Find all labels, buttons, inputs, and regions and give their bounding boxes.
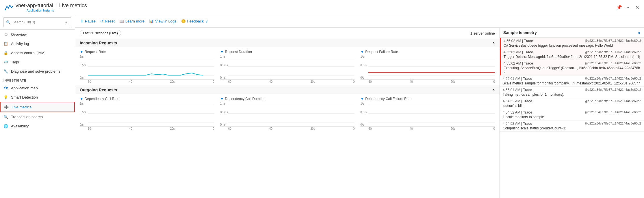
search-placeholder: Search (Ctrl+/) xyxy=(12,20,35,24)
more-options-icon[interactable]: ··· xyxy=(626,5,629,10)
sidebar-item-overview[interactable]: ⬡ Overview xyxy=(0,30,75,39)
search-input-wrapper[interactable]: 🔍 Search (Ctrl+/) « xyxy=(3,17,71,27)
dep-call-duration-chart-area: 1ms 0.5ms 0ms xyxy=(220,102,355,127)
telemetry-filter-icon[interactable]: ⬦ xyxy=(638,30,641,35)
sidebar-label-application-map: Application map xyxy=(11,86,38,90)
telemetry-item: 4:55:01 AM | Trace @c221a34ce7ffe37...14… xyxy=(500,87,644,98)
server-online-status: 1 server online xyxy=(470,31,495,35)
outgoing-charts-row: ▼ Dependency Call Rate 1/s 0.5/s 0/s xyxy=(75,94,500,133)
application-map-icon: 🗺 xyxy=(3,86,8,90)
sidebar-item-availability[interactable]: 🌐 Availability xyxy=(0,121,75,131)
telemetry-list: 4:55:02 AM | Trace @c221a34ce7ffe37...14… xyxy=(500,38,644,198)
view-in-logs-icon: 📊 xyxy=(149,19,154,23)
sidebar-item-tags[interactable]: 🏷 Tags xyxy=(0,57,75,67)
close-icon[interactable]: ✕ xyxy=(635,4,639,11)
telemetry-id: @c221a34ce7ffe37...1462144ac5e60b2 xyxy=(584,110,641,114)
view-in-logs-button[interactable]: 📊 View in Logs xyxy=(149,19,176,23)
rr-x-labels: 604020s0 xyxy=(80,80,214,83)
feedback-icon: 😊 xyxy=(181,19,186,23)
rfr-x-labels: 604020s0 xyxy=(360,80,495,83)
telemetry-time: 4:54:52 AM | Trace xyxy=(503,110,532,114)
telemetry-time: 4:55:02 AM | Trace xyxy=(504,39,533,43)
request-rate-chart: ▼ Request Rate 1/s 0.5/s 0/s xyxy=(80,50,214,83)
learn-more-label: Learn more xyxy=(125,19,144,23)
header-title-group: vnet-app-tutorial | Live metrics Applica… xyxy=(16,3,87,12)
telemetry-id: @c221a34ce7ffe37...1462144ac5e60b2 xyxy=(584,122,641,126)
rd-y-top: 1ms xyxy=(220,55,226,58)
toolbar: ⏸ Pause ↺ Reset 📖 Learn more 📊 View in L… xyxy=(75,15,644,28)
collapse-sidebar-button[interactable]: « xyxy=(64,19,69,26)
telemetry-item: 4:55:01 AM | Trace @c221a34ce7ffe37...14… xyxy=(500,76,644,87)
rr-y-mid: 0.5/s xyxy=(80,64,86,67)
dcr-y-bot: 0/s xyxy=(80,123,83,126)
request-rate-label: ▼ Request Rate xyxy=(80,50,214,54)
telemetry-time: 4:54:52 AM | Trace xyxy=(503,122,532,126)
dep-call-failure-rate-label: ▼ Dependency Call Failure Rate xyxy=(360,97,495,101)
sidebar-label-transaction-search: Transaction search xyxy=(11,115,43,119)
request-failure-chart-area: 1/s 0.5/s 0/s xyxy=(360,55,495,80)
reset-icon: ↺ xyxy=(100,19,103,23)
dep-call-failure-filter-icon[interactable]: ▼ xyxy=(360,97,364,101)
telemetry-time: 4:54:52 AM | Trace xyxy=(503,99,532,103)
pause-icon: ⏸ xyxy=(80,19,83,23)
app-logo xyxy=(5,3,13,12)
request-rate-svg xyxy=(88,55,214,78)
feedback-button[interactable]: 😊 Feedback ∨ xyxy=(181,19,208,23)
sidebar-item-application-map[interactable]: 🗺 Application map xyxy=(0,83,75,93)
dep-call-duration-filter-icon[interactable]: ▼ xyxy=(220,97,224,101)
dcd-x-labels: 604020s0 xyxy=(220,127,355,130)
telemetry-type: Trace xyxy=(523,110,532,114)
content-area: ⏸ Pause ↺ Reset 📖 Learn more 📊 View in L… xyxy=(75,15,644,198)
request-duration-svg xyxy=(228,55,355,78)
dep-call-duration-label: ▼ Dependency Call Duration xyxy=(220,97,355,101)
investigate-section-header: Investigate xyxy=(0,76,75,83)
sidebar-item-live-metrics[interactable]: ➕ Live metrics xyxy=(0,102,75,112)
telemetry-message: Computing scale status (WorkerCount=1) xyxy=(503,126,641,130)
sidebar-item-access-control[interactable]: 🔒 Access control (IAM) xyxy=(0,48,75,57)
telemetry-type: Trace xyxy=(523,88,532,92)
incoming-collapse-icon[interactable]: ∧ xyxy=(492,41,495,45)
sidebar-item-activity-log[interactable]: 📋 Activity log xyxy=(0,39,75,48)
request-duration-filter-icon[interactable]: ▼ xyxy=(220,50,224,54)
dep-call-failure-chart-area: 1/s 0.5/s 0/s xyxy=(360,102,495,127)
dep-call-rate-svg xyxy=(88,102,214,125)
dep-call-rate-chart: ▼ Dependency Call Rate 1/s 0.5/s 0/s xyxy=(80,97,214,130)
smart-detection-icon: 💡 xyxy=(3,95,8,99)
header-page-title: Live metrics xyxy=(59,3,87,9)
request-failure-filter-icon[interactable]: ▼ xyxy=(360,50,364,54)
outgoing-collapse-icon[interactable]: ∧ xyxy=(492,88,495,92)
telemetry-message: Trigger Details: MessageId: fab3ea69cd9e… xyxy=(504,55,641,59)
transaction-search-icon: 🔍 xyxy=(3,114,8,119)
dep-call-rate-filter-icon[interactable]: ▼ xyxy=(80,97,83,101)
time-range-button[interactable]: Last 60 seconds (Live) xyxy=(80,30,121,36)
telemetry-panel-header: Sample telemetry ⬦ xyxy=(500,28,644,38)
request-rate-filter-icon[interactable]: ▼ xyxy=(80,50,83,54)
telemetry-item: 4:55:02 AM | Trace @c221a34ce7ffe37...14… xyxy=(500,38,644,49)
metrics-header-bar: Last 60 seconds (Live) 1 server online xyxy=(75,28,500,39)
request-duration-label: ▼ Request Duration xyxy=(220,50,355,54)
diagnose-icon: 🔧 xyxy=(3,69,8,73)
dep-call-duration-chart: ▼ Dependency Call Duration 1ms 0.5ms 0ms xyxy=(220,97,355,130)
feedback-chevron-icon: ∨ xyxy=(205,19,208,23)
dep-call-duration-svg xyxy=(228,102,355,125)
request-duration-chart-area: 1ms 0.5ms 0ms xyxy=(220,55,355,80)
telemetry-item: 4:54:52 AM | Trace @c221a34ce7ffe37...14… xyxy=(500,109,644,120)
app-header: vnet-app-tutorial | Live metrics Applica… xyxy=(0,0,644,15)
request-rate-chart-area: 1/s 0.5/s 0/s xyxy=(80,55,214,80)
sidebar-item-smart-detection[interactable]: 💡 Smart Detection xyxy=(0,93,75,102)
reset-button[interactable]: ↺ Reset xyxy=(100,19,115,23)
telemetry-item: 4:55:02 AM | Trace @c221a34ce7ffe37...14… xyxy=(500,60,644,76)
sidebar-item-transaction-search[interactable]: 🔍 Transaction search xyxy=(0,112,75,121)
telemetry-id: @c221a34ce7ffe37...1462144ac5e60b2 xyxy=(584,77,641,81)
reset-label: Reset xyxy=(105,19,115,23)
pause-button[interactable]: ⏸ Pause xyxy=(80,19,96,23)
dcfr-y-bot: 0/s xyxy=(360,123,364,126)
dep-call-rate-chart-area: 1/s 0.5/s 0/s xyxy=(80,102,214,127)
telemetry-message: 1 scale monitors to sample xyxy=(503,115,641,119)
rfr-y-top: 1/s xyxy=(360,55,364,58)
pin-icon[interactable]: 📌 xyxy=(616,5,622,10)
sidebar-item-diagnose[interactable]: 🔧 Diagnose and solve problems xyxy=(0,67,75,76)
learn-more-button[interactable]: 📖 Learn more xyxy=(119,19,144,23)
telemetry-type: Trace xyxy=(523,77,532,81)
search-icon: 🔍 xyxy=(6,20,11,24)
